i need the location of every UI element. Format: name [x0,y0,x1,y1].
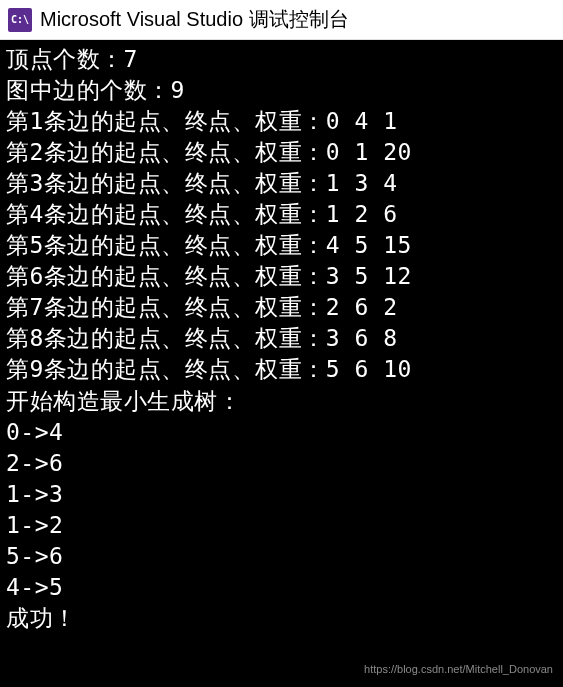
window-title: Microsoft Visual Studio 调试控制台 [40,6,349,33]
console-line: 第1条边的起点、终点、权重：0 4 1 [6,106,557,137]
console-line: 第2条边的起点、终点、权重：0 1 20 [6,137,557,168]
console-output: 顶点个数：7 图中边的个数：9 第1条边的起点、终点、权重：0 4 1 第2条边… [0,40,563,687]
console-line: 图中边的个数：9 [6,75,557,106]
console-line: 第3条边的起点、终点、权重：1 3 4 [6,168,557,199]
console-line: 第5条边的起点、终点、权重：4 5 15 [6,230,557,261]
app-icon-text: C:\ [11,14,29,25]
console-line: 顶点个数：7 [6,44,557,75]
app-icon: C:\ [8,8,32,32]
console-line: 1->3 [6,479,557,510]
console-line: 5->6 [6,541,557,572]
console-line: 开始构造最小生成树： [6,386,557,417]
console-line: 第8条边的起点、终点、权重：3 6 8 [6,323,557,354]
console-line: 0->4 [6,417,557,448]
console-line: 4->5 [6,572,557,603]
console-line: 成功！ [6,603,557,634]
console-line: 2->6 [6,448,557,479]
title-bar: C:\ Microsoft Visual Studio 调试控制台 [0,0,563,40]
console-line: 第7条边的起点、终点、权重：2 6 2 [6,292,557,323]
console-line: 第6条边的起点、终点、权重：3 5 12 [6,261,557,292]
console-line: 第4条边的起点、终点、权重：1 2 6 [6,199,557,230]
console-line: 1->2 [6,510,557,541]
console-line: 第9条边的起点、终点、权重：5 6 10 [6,354,557,385]
watermark: https://blog.csdn.net/Mitchell_Donovan [364,662,553,677]
